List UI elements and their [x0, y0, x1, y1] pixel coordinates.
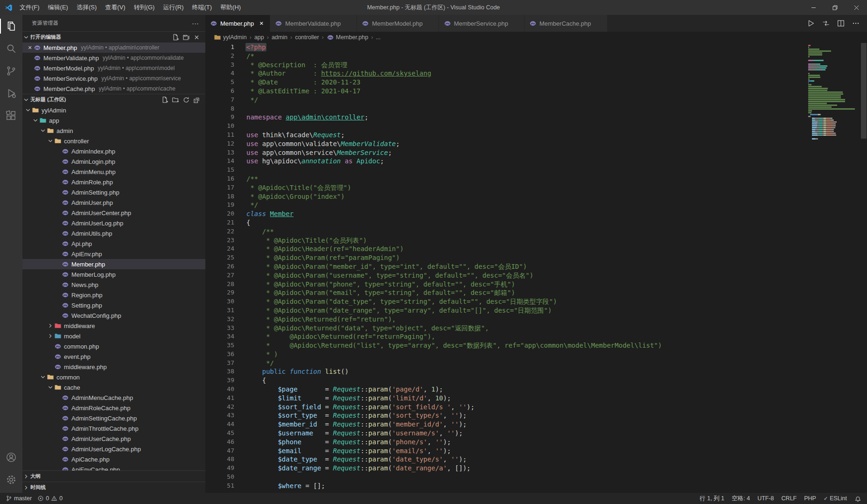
close-button[interactable]: [846, 0, 867, 15]
code-line[interactable]: 3 * @Description : 会员管理: [205, 61, 805, 70]
tree-file-adminmenucache.php[interactable]: phpAdminMenuCache.php: [22, 392, 205, 403]
tree-folder-admin[interactable]: admin: [22, 126, 205, 136]
code-line[interactable]: 49 $date_range = Request::param('date_ra…: [205, 464, 805, 473]
cursor-position[interactable]: 行 1, 列 1: [699, 495, 724, 503]
eol-sequence[interactable]: CRLF: [782, 495, 797, 502]
code-line[interactable]: 50: [205, 473, 805, 482]
tree-folder-cache[interactable]: cache: [22, 382, 205, 392]
tree-file-adminuserlogcache.php[interactable]: phpAdminUserLogCache.php: [22, 444, 205, 454]
tree-file-adminuserlog.php[interactable]: phpAdminUserLog.php: [22, 218, 205, 228]
menu-item[interactable]: 帮助(H): [216, 0, 245, 15]
menu-item[interactable]: 选择(S): [72, 0, 101, 15]
code-line[interactable]: 24 * @Apidoc\Header(ref="headerAdmin"): [205, 245, 805, 253]
new-folder-icon[interactable]: [172, 96, 179, 104]
code-line[interactable]: 22 /**: [205, 227, 805, 236]
code-line[interactable]: 34 * @Apidoc\Returned(ref="returnPaging"…: [205, 332, 805, 341]
breadcrumb-item[interactable]: yylAdmin: [214, 34, 247, 41]
code-line[interactable]: 18 * @Apidoc\Group("index"): [205, 192, 805, 201]
tree-file-adminsettingcache.php[interactable]: phpAdminSettingCache.php: [22, 413, 205, 423]
code-line[interactable]: 29 * @Apidoc\Param("email", type="string…: [205, 288, 805, 297]
tree-file-region.php[interactable]: phpRegion.php: [22, 290, 205, 300]
code-line[interactable]: 21{: [205, 218, 805, 227]
menu-item[interactable]: 查看(V): [101, 0, 129, 15]
code-editor[interactable]: 1<?php2/*3 * @Description : 会员管理4 * @Aut…: [205, 43, 867, 493]
menu-item[interactable]: 转到(G): [130, 0, 159, 15]
problems-item[interactable]: 0 0: [37, 495, 63, 502]
code-line[interactable]: 40 $page = Request::param('page/d', 1);: [205, 385, 805, 394]
tab-memberservice.php[interactable]: phpMemberService.php: [439, 15, 524, 32]
split-editor-icon[interactable]: [836, 19, 846, 28]
tree-file-adminusercenter.php[interactable]: phpAdminUserCenter.php: [22, 208, 205, 218]
collapse-folders-icon[interactable]: [193, 96, 201, 104]
menu-item[interactable]: 编辑(E): [44, 0, 72, 15]
tree-file-wechatconfig.php[interactable]: phpWechatConfig.php: [22, 310, 205, 321]
new-untitled-file-icon[interactable]: [172, 34, 179, 41]
code-line[interactable]: 12use app\common\validate\MemberValidate…: [205, 140, 805, 148]
tree-file-apienvcache.php[interactable]: phpApiEnvCache.php: [22, 464, 205, 470]
code-line[interactable]: 13use app\common\service\MemberService;: [205, 148, 805, 157]
code-line[interactable]: 26 * @Apidoc\Param("member_id", type="in…: [205, 262, 805, 271]
tree-file-apienv.php[interactable]: phpApiEnv.php: [22, 249, 205, 259]
code-line[interactable]: 15: [205, 166, 805, 175]
breadcrumb-item[interactable]: admin: [272, 34, 287, 41]
tree-folder-common[interactable]: common: [22, 372, 205, 382]
refresh-explorer-icon[interactable]: [182, 96, 190, 104]
tab-membervalidate.php[interactable]: phpMemberValidate.php: [270, 15, 357, 32]
indentation[interactable]: 空格: 4: [732, 495, 750, 503]
tab-membermodel.php[interactable]: phpMemberModel.php: [357, 15, 439, 32]
menu-item[interactable]: 终端(T): [188, 0, 216, 15]
code-line[interactable]: 42 $sort_field = Request::param('sort_fi…: [205, 403, 805, 412]
code-line[interactable]: 25 * @Apidoc\Param(ref="paramPaging"): [205, 253, 805, 262]
code-line[interactable]: 14use hg\apidoc\annotation as Apidoc;: [205, 157, 805, 166]
open-editor-item[interactable]: phpMemberValidate.phpyylAdmin • app\comm…: [22, 53, 205, 63]
code-line[interactable]: 30 * @Apidoc\Param("date_type", type="st…: [205, 297, 805, 306]
code-line[interactable]: 48 $date_type = Request::param('date_typ…: [205, 455, 805, 464]
code-line[interactable]: 32 * @Apidoc\Returned(ref="return"),: [205, 315, 805, 324]
extensions-icon[interactable]: [0, 105, 22, 127]
tree-file-adminusercache.php[interactable]: phpAdminUserCache.php: [22, 434, 205, 444]
tree-file-common.php[interactable]: phpcommon.php: [22, 341, 205, 351]
tree-file-news.php[interactable]: phpNews.php: [22, 280, 205, 290]
tree-folder-middleware[interactable]: middleware: [22, 321, 205, 331]
code-line[interactable]: 28 * @Apidoc\Param("phone", type="string…: [205, 280, 805, 289]
source-control-icon[interactable]: [0, 60, 22, 82]
tree-file-adminsetting.php[interactable]: phpAdminSetting.php: [22, 187, 205, 197]
tree-folder-yyladmin[interactable]: yylAdmin: [22, 105, 205, 115]
tree-file-adminrolecache.php[interactable]: phpAdminRoleCache.php: [22, 403, 205, 413]
code-line[interactable]: 23 * @Apidoc\Title("会员列表"): [205, 236, 805, 245]
tree-folder-app[interactable]: app: [22, 115, 205, 126]
code-line[interactable]: 8: [205, 105, 805, 113]
code-line[interactable]: 39 {: [205, 376, 805, 385]
tree-file-adminutils.php[interactable]: phpAdminUtils.php: [22, 228, 205, 238]
code-line[interactable]: 27 * @Apidoc\Param("username", type="str…: [205, 271, 805, 280]
code-line[interactable]: 43 $sort_type = Request::param('sort_typ…: [205, 411, 805, 420]
language-mode[interactable]: PHP: [804, 495, 816, 502]
code-line[interactable]: 46 $phone = Request::param('phone/s', ''…: [205, 438, 805, 447]
tree-file-member.php[interactable]: phpMember.php: [22, 259, 205, 269]
code-line[interactable]: 5 * @Date : 2020-11-23: [205, 78, 805, 87]
menu-item[interactable]: 运行(R): [159, 0, 188, 15]
minimize-button[interactable]: [803, 0, 824, 15]
new-file-icon[interactable]: [161, 96, 168, 104]
tree-file-adminindex.php[interactable]: phpAdminIndex.php: [22, 146, 205, 156]
code-line[interactable]: 51 $where = [];: [205, 482, 805, 490]
code-line[interactable]: 36 * ): [205, 350, 805, 359]
code-line[interactable]: 19 */: [205, 201, 805, 210]
tree-file-adminthrottlecache.php[interactable]: phpAdminThrottleCache.php: [22, 423, 205, 434]
code-line[interactable]: 4 * @Author : https://github.com/skysela…: [205, 69, 805, 78]
tree-file-api.php[interactable]: phpApi.php: [22, 238, 205, 249]
tree-folder-controller[interactable]: controller: [22, 136, 205, 146]
code-line[interactable]: 45 $username = Request::param('username/…: [205, 429, 805, 438]
tab-member.php[interactable]: phpMember.php✕: [205, 15, 270, 32]
open-editor-item[interactable]: phpMemberModel.phpyylAdmin • app\common\…: [22, 63, 205, 73]
save-all-icon[interactable]: [182, 34, 190, 41]
code-line[interactable]: 9namespace app\admin\controller;: [205, 113, 805, 122]
code-line[interactable]: 44 $member_id = Request::param('member_i…: [205, 420, 805, 429]
code-line[interactable]: 2/*: [205, 52, 805, 61]
more-actions-icon[interactable]: [851, 19, 860, 28]
breadcrumb-item[interactable]: controller: [295, 34, 319, 41]
code-line[interactable]: 35 * @Apidoc\Returned("list", type="arra…: [205, 341, 805, 350]
explorer-more-actions-icon[interactable]: ···: [192, 19, 199, 27]
tree-file-adminrole.php[interactable]: phpAdminRole.php: [22, 177, 205, 187]
breadcrumb-item[interactable]: app: [254, 34, 264, 41]
